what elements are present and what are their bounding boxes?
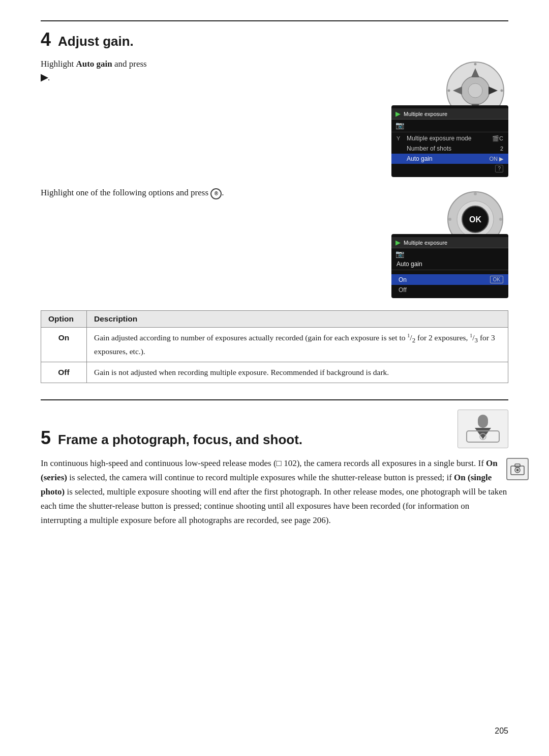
screen2-header: ▶ Multiple exposure <box>391 237 508 248</box>
svg-point-15 <box>474 192 477 195</box>
ok-symbol-inline: ® <box>210 188 222 199</box>
svg-point-26 <box>516 469 519 472</box>
options-table: Option Description On Gain adjusted acco… <box>41 310 508 383</box>
step5-body2: is selected, the camera will continue to… <box>67 473 454 482</box>
row-on-label: On <box>399 276 490 283</box>
screen2-title: Multiple exposure <box>404 240 447 246</box>
screen1-header: ▶ Multiple exposure <box>391 108 508 120</box>
screen2-subheader: Auto gain <box>391 259 508 269</box>
shutter-icon-svg <box>463 414 503 444</box>
step4-text1: Highlight Auto gain and press ▶. <box>41 57 432 84</box>
description-on: Gain adjusted according to number of exp… <box>87 328 508 362</box>
step5-section: 5 Frame a photograph, focus, and shoot. … <box>41 399 508 528</box>
row-label-ag: Auto gain <box>407 155 489 162</box>
svg-point-2 <box>468 83 482 98</box>
step4-text1-pre: Highlight <box>41 59 76 69</box>
step5-body1: In continuous high-speed and continuous … <box>41 458 486 468</box>
camera-screen-2: ▶ Multiple exposure 📷 Auto gain On OK Of… <box>391 234 508 298</box>
divider1 <box>391 132 508 132</box>
shutter-image-area <box>458 410 508 448</box>
screen2-camera-icon: 📷 <box>395 250 404 258</box>
row-label-shots: Number of shots <box>407 145 500 152</box>
table-row-off: Off Gain is not adjusted when recording … <box>41 362 508 383</box>
side-camera-icon-box <box>506 458 529 480</box>
svg-text:OK: OK <box>469 215 481 224</box>
step4-header: 4 Adjust gain. <box>41 31 508 49</box>
side-camera-icon-area <box>506 458 529 480</box>
svg-rect-19 <box>478 415 488 428</box>
svg-point-9 <box>448 90 450 92</box>
step4-title: Adjust gain. <box>58 34 134 49</box>
step5-number: 5 <box>41 429 51 447</box>
camera-screen-1: ▶ Multiple exposure 📷 Y Multiple exposur… <box>391 105 508 177</box>
screen1-row-mode: Y Multiple exposure mode 🎬C <box>391 133 508 143</box>
side-camera-svg <box>510 463 525 475</box>
shutter-icon-box <box>458 410 508 448</box>
row-value-ag: ON ▶ <box>489 156 503 162</box>
step4-arrow: ▶ <box>41 72 48 82</box>
table-header-option: Option <box>41 311 87 328</box>
step5-body-area: In continuous high-speed and continuous … <box>41 456 508 528</box>
row-value-mode: 🎬C <box>492 135 503 142</box>
svg-point-18 <box>499 218 502 221</box>
svg-point-10 <box>501 90 503 92</box>
step5-title: Frame a photograph, focus, and shoot. <box>58 432 302 448</box>
step4-text1-post: and press <box>112 59 147 69</box>
help-icon: ? <box>495 165 503 172</box>
row-value-shots: 2 <box>500 146 503 152</box>
screen1-green-arrow: ▶ <box>395 110 401 118</box>
step4-instruction1: Highlight Auto gain and press ▶. <box>41 57 442 89</box>
screen2-icon-row: 📷 <box>391 248 508 259</box>
screen2-row-off: Off <box>391 285 508 295</box>
screen1-row-autogain: Auto gain ON ▶ <box>391 154 508 164</box>
table-header-description: Description <box>87 311 508 328</box>
table-row-on: On Gain adjusted according to number of … <box>41 328 508 362</box>
step4-number: 4 <box>41 31 51 49</box>
screen2-row-on: On OK <box>391 274 508 285</box>
svg-point-17 <box>448 218 451 221</box>
step4-text2: Highlight one of the following options a… <box>41 186 432 199</box>
description-off: Gain is not adjusted when recording mult… <box>87 362 508 383</box>
option-on: On <box>41 328 87 362</box>
row-icon-y: Y <box>396 135 405 141</box>
screen2-green-arrow: ▶ <box>395 239 401 246</box>
svg-rect-24 <box>515 464 520 467</box>
step5-text: In continuous high-speed and continuous … <box>41 456 508 528</box>
page-number: 205 <box>495 726 508 736</box>
ok-badge: OK <box>490 276 503 283</box>
step4-section: 4 Adjust gain. Highlight Auto gain and p… <box>41 20 508 383</box>
row-label-mode: Multiple exposure mode <box>407 135 492 142</box>
svg-point-7 <box>474 63 477 66</box>
step4-text1-bold: Auto gain <box>76 59 112 69</box>
step4-instruction2: Highlight one of the following options a… <box>41 186 442 203</box>
screen2-divider <box>391 270 508 270</box>
option-off: Off <box>41 362 87 383</box>
screen1-help: ? <box>391 164 508 174</box>
row-off-label: Off <box>399 286 503 294</box>
step5-header: 5 Frame a photograph, focus, and shoot. <box>41 410 508 448</box>
screen1-icon-row: 📷 <box>391 120 508 131</box>
step5-body3: is selected, multiple exposure shooting … <box>41 487 507 525</box>
camera-icon: 📷 <box>395 121 404 129</box>
screen1-row-shots: Number of shots 2 <box>391 143 508 154</box>
screen1-title: Multiple exposure <box>404 111 447 117</box>
